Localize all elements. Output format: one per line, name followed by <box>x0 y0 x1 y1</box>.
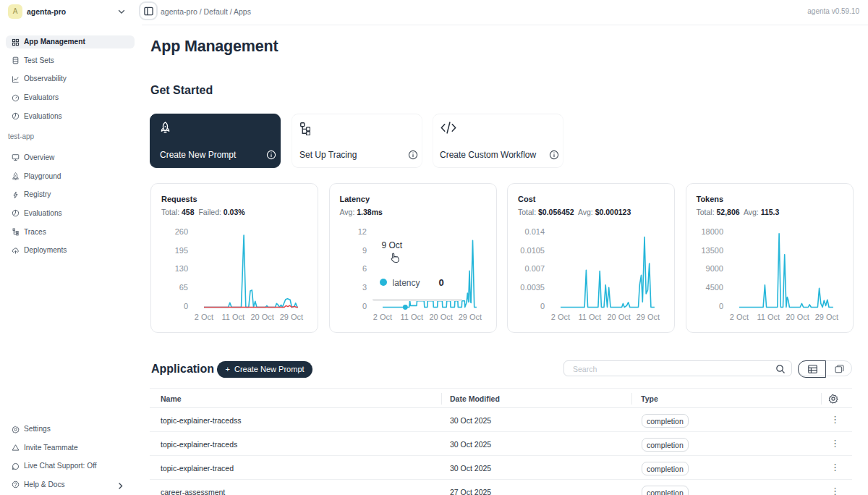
svg-text:29 Oct: 29 Oct <box>814 313 838 321</box>
svg-text:0.0035: 0.0035 <box>520 283 545 292</box>
svg-text:29 Oct: 29 Oct <box>280 313 303 321</box>
svg-text:0: 0 <box>184 302 188 310</box>
svg-text:0.007: 0.007 <box>524 264 545 273</box>
svg-text:0.0105: 0.0105 <box>520 246 545 255</box>
svg-text:11 Oct: 11 Oct <box>400 313 423 321</box>
svg-text:65: 65 <box>179 283 188 292</box>
svg-text:130: 130 <box>175 264 188 273</box>
svg-text:2 Oct: 2 Oct <box>195 313 213 321</box>
svg-text:260: 260 <box>175 227 188 236</box>
svg-text:29 Oct: 29 Oct <box>458 313 481 321</box>
svg-text:13500: 13500 <box>701 246 723 255</box>
svg-text:2 Oct: 2 Oct <box>729 313 748 321</box>
svg-text:9: 9 <box>362 246 366 255</box>
svg-text:20 Oct: 20 Oct <box>786 313 809 321</box>
svg-text:11 Oct: 11 Oct <box>579 313 602 321</box>
svg-text:11 Oct: 11 Oct <box>222 313 245 321</box>
svg-text:0: 0 <box>540 302 545 310</box>
svg-text:20 Oct: 20 Oct <box>250 313 273 321</box>
svg-text:0: 0 <box>362 302 366 310</box>
svg-text:2 Oct: 2 Oct <box>373 313 391 321</box>
svg-text:4500: 4500 <box>705 283 723 292</box>
svg-text:0.014: 0.014 <box>524 227 545 236</box>
svg-text:2 Oct: 2 Oct <box>551 313 570 321</box>
svg-text:3: 3 <box>362 283 366 292</box>
svg-text:20 Oct: 20 Oct <box>429 313 452 321</box>
svg-text:20 Oct: 20 Oct <box>607 313 630 321</box>
svg-text:9000: 9000 <box>705 264 723 273</box>
svg-text:195: 195 <box>175 246 188 255</box>
svg-text:29 Oct: 29 Oct <box>637 313 660 321</box>
svg-text:6: 6 <box>362 264 366 273</box>
svg-text:0: 0 <box>718 302 723 310</box>
svg-text:18000: 18000 <box>701 227 723 236</box>
svg-text:12: 12 <box>357 227 366 236</box>
svg-text:11 Oct: 11 Oct <box>757 313 780 321</box>
